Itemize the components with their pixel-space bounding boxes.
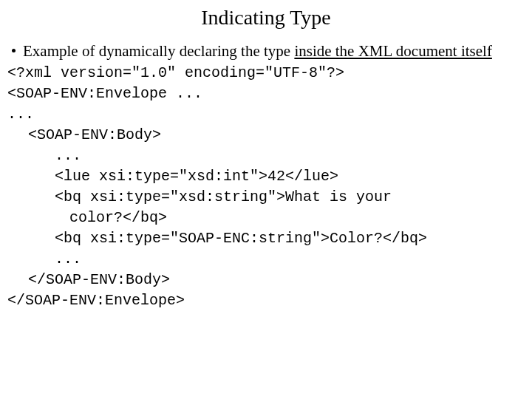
code-line-8: <bq xsi:type="SOAP-ENC:string">Color?</b… [55, 229, 525, 248]
code-line-1: <?xml version="1.0" encoding="UTF-8"?> [7, 64, 525, 83]
code-line-6: <lue xsi:type="xsd:int">42</lue> [55, 167, 525, 186]
bullet-underlined: inside the XML document itself [294, 42, 492, 60]
code-line-11: </SOAP-ENV:Envelope> [7, 291, 525, 310]
bullet-text: Example of dynamically declaring the typ… [23, 41, 492, 61]
bullet-prefix: Example of dynamically declaring the typ… [23, 42, 294, 60]
code-line-7a: <bq xsi:type="xsd:string">What is your [55, 188, 525, 207]
bullet-dot-icon [12, 49, 16, 52]
code-line-10: </SOAP-ENV:Body> [28, 270, 525, 290]
slide-title: Indicating Type [7, 4, 525, 31]
slide: Indicating Type Example of dynamically d… [0, 0, 532, 318]
code-line-3: ... [7, 105, 525, 124]
code-line-5: ... [55, 146, 525, 166]
code-line-2: <SOAP-ENV:Envelope ... [7, 84, 525, 103]
bullet-item: Example of dynamically declaring the typ… [12, 41, 525, 61]
code-line-9: ... [55, 250, 525, 269]
code-line-4: <SOAP-ENV:Body> [28, 126, 525, 145]
code-line-7b: color?</bq> [69, 208, 525, 228]
